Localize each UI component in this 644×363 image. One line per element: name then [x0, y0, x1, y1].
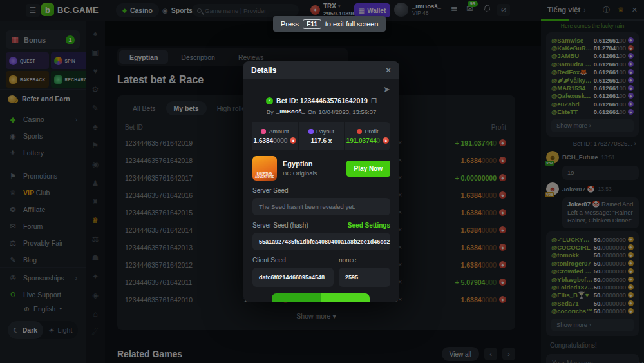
- stat-value: 191.037440: [346, 137, 390, 144]
- stat-icon: [261, 129, 266, 134]
- game-title: Egyptian: [283, 160, 341, 168]
- stat-cell: Amount 1.63840000: [252, 122, 298, 150]
- close-icon[interactable]: ✕: [385, 66, 392, 75]
- game-thumbnail[interactable]: EGYPTIAN ADVENTURE: [252, 156, 277, 181]
- client-seed-label: Client Seed: [252, 257, 334, 264]
- verified-shield-icon: ✓: [266, 97, 273, 104]
- stat-value: 1.63840000: [254, 137, 297, 144]
- bet-stats: Amount 1.63840000 Payout 117.6 x Profit …: [252, 122, 390, 150]
- fullscreen-toast: Press F11 to exit full screen: [273, 16, 386, 32]
- f11-key: F11: [303, 19, 321, 29]
- client-seed-field[interactable]: dafc6f0214d66095a4548: [252, 268, 334, 287]
- stat-icon: [357, 129, 362, 134]
- modal-title: Details: [251, 66, 385, 75]
- bet-datetime: 10/04/2023, 13:56:37: [318, 108, 376, 115]
- seed-settings-link[interactable]: Seed Settings: [348, 222, 390, 229]
- stat-value: 117.6 x: [311, 137, 332, 144]
- game-row: EGYPTIAN ADVENTURE Egyptian BC Originals…: [252, 156, 390, 181]
- stat-label: Amount: [269, 128, 289, 135]
- copy-icon[interactable]: ❐: [371, 97, 377, 104]
- stat-icon: [308, 129, 314, 134]
- stat-label: Profit: [365, 128, 378, 135]
- stat-cell: Profit 191.037440: [345, 122, 390, 150]
- play-now-button[interactable]: Play Now: [346, 161, 390, 177]
- modal-header: Details ✕: [243, 61, 399, 79]
- stat-label: Payout: [316, 128, 334, 135]
- trx-coin-icon: [290, 137, 296, 144]
- bet-author-link[interactable]: _ImBosš_: [276, 108, 305, 115]
- game-provider: BC Originals: [283, 170, 341, 177]
- server-seed-hash-field[interactable]: 55a1a927435f51dbfea4080400a1a8b2ee1d46cc…: [252, 233, 390, 250]
- server-seed-field[interactable]: The Seed hasn't been revealed yet.: [252, 198, 390, 215]
- stat-cell: Payout 117.6 x: [299, 122, 344, 150]
- share-icon[interactable]: ➤: [383, 84, 390, 94]
- trx-coin-icon: [383, 137, 389, 144]
- bet-details-modal: Details ✕ ➤ ✓ Bet ID: 123444635761642019…: [243, 61, 399, 302]
- nonce-label: nonce: [339, 257, 356, 264]
- verify-button[interactable]: [272, 293, 370, 302]
- modal-bet-id: Bet ID: 123444635761642019: [276, 97, 368, 104]
- server-seed-label: Server Seed: [252, 187, 289, 194]
- nonce-field[interactable]: 2595: [339, 268, 390, 287]
- server-seed-hash-label: Server Seed (hash): [252, 222, 308, 229]
